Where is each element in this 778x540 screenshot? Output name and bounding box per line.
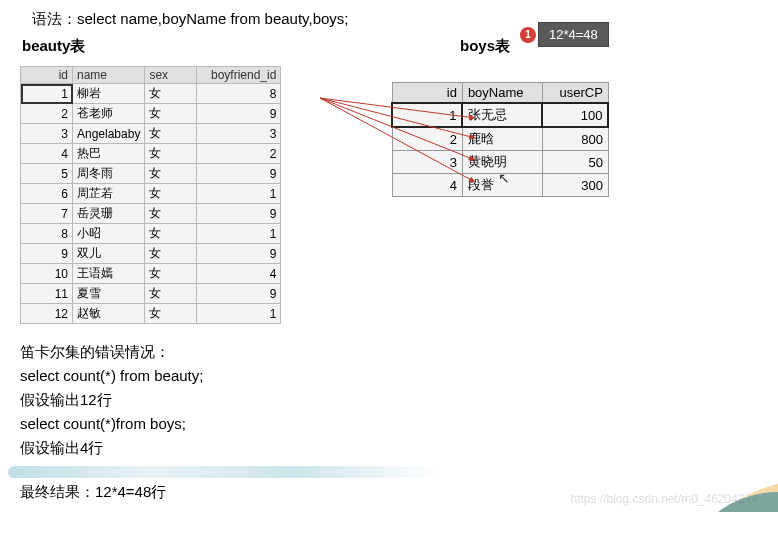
explain-assume-2: 假设输出4行 xyxy=(20,436,758,460)
table-row: 11夏雪女9 xyxy=(21,284,281,304)
table-row: 4热巴女2 xyxy=(21,144,281,164)
cell-id: 4 xyxy=(392,174,462,197)
cell-name: 赵敏 xyxy=(73,304,145,324)
cell-usercp: 100 xyxy=(542,103,608,127)
cell-name: 柳岩 xyxy=(73,84,145,104)
table-row: 10王语嫣女4 xyxy=(21,264,281,284)
cell-sex: 女 xyxy=(145,204,197,224)
badge-text: 12*4=48 xyxy=(538,22,609,47)
col-usercp: userCP xyxy=(542,83,608,104)
table-row: 9双儿女9 xyxy=(21,244,281,264)
cell-boyfriend-id: 9 xyxy=(197,204,281,224)
cell-sex: 女 xyxy=(145,224,197,244)
cell-boyname: 张无忌 xyxy=(462,103,542,127)
explain-heading: 笛卡尔集的错误情况： xyxy=(20,340,758,364)
explanation-block: 笛卡尔集的错误情况： select count(*) from beauty; … xyxy=(20,340,758,504)
cell-boyfriend-id: 9 xyxy=(197,104,281,124)
cell-sex: 女 xyxy=(145,84,197,104)
cell-name: 苍老师 xyxy=(73,104,145,124)
table-row: 6周芷若女1 xyxy=(21,184,281,204)
cell-name: 小昭 xyxy=(73,224,145,244)
boys-title: boys表 xyxy=(460,37,510,56)
cell-boyfriend-id: 8 xyxy=(197,84,281,104)
col-boyfriend-id: boyfriend_id xyxy=(197,67,281,84)
cursor-icon: ↖ xyxy=(498,170,510,186)
cell-sex: 女 xyxy=(145,144,197,164)
badge-number: 1 xyxy=(520,27,536,43)
syntax-line: 语法：select name,boyName from beauty,boys; xyxy=(32,10,758,29)
col-id: id xyxy=(392,83,462,104)
cell-name: 周芷若 xyxy=(73,184,145,204)
cell-name: 双儿 xyxy=(73,244,145,264)
table-row: 2苍老师女9 xyxy=(21,104,281,124)
table-row: 7岳灵珊女9 xyxy=(21,204,281,224)
beauty-table: id name sex boyfriend_id 1柳岩女82苍老师女93Ang… xyxy=(20,66,281,324)
cell-name: 王语嫣 xyxy=(73,264,145,284)
cell-sex: 女 xyxy=(145,104,197,124)
cell-name: 热巴 xyxy=(73,144,145,164)
cell-id: 3 xyxy=(392,151,462,174)
cell-boyfriend-id: 9 xyxy=(197,244,281,264)
cell-usercp: 50 xyxy=(542,151,608,174)
cell-boyfriend-id: 4 xyxy=(197,264,281,284)
cell-name: 周冬雨 xyxy=(73,164,145,184)
explain-sql-2: select count(*)from boys; xyxy=(20,412,758,436)
cell-boyfriend-id: 9 xyxy=(197,164,281,184)
cell-boyfriend-id: 2 xyxy=(197,144,281,164)
cell-usercp: 300 xyxy=(542,174,608,197)
cell-id: 5 xyxy=(21,164,73,184)
cell-boyfriend-id: 1 xyxy=(197,224,281,244)
beauty-title: beauty表 xyxy=(20,37,460,56)
cell-boyname: 鹿晗 xyxy=(462,127,542,151)
cell-boyfriend-id: 1 xyxy=(197,304,281,324)
cell-id: 10 xyxy=(21,264,73,284)
table-header-row: id name sex boyfriend_id xyxy=(21,67,281,84)
annotation-badge: 1 12*4=48 xyxy=(520,22,609,47)
cell-id: 9 xyxy=(21,244,73,264)
cell-name: 岳灵珊 xyxy=(73,204,145,224)
cell-name: Angelababy xyxy=(73,124,145,144)
cell-id: 2 xyxy=(392,127,462,151)
cell-id: 1 xyxy=(392,103,462,127)
cell-id: 2 xyxy=(21,104,73,124)
cell-sex: 女 xyxy=(145,284,197,304)
cell-sex: 女 xyxy=(145,184,197,204)
table-row: 3Angelababy女3 xyxy=(21,124,281,144)
cell-name: 夏雪 xyxy=(73,284,145,304)
cell-id: 12 xyxy=(21,304,73,324)
cell-id: 11 xyxy=(21,284,73,304)
cell-id: 3 xyxy=(21,124,73,144)
explain-assume-1: 假设输出12行 xyxy=(20,388,758,412)
highlight-scribble xyxy=(8,466,488,478)
cell-id: 1 xyxy=(21,84,73,104)
cell-sex: 女 xyxy=(145,264,197,284)
cell-boyfriend-id: 1 xyxy=(197,184,281,204)
table-row: 2鹿晗800 xyxy=(392,127,608,151)
table-row: 12赵敏女1 xyxy=(21,304,281,324)
col-name: name xyxy=(73,67,145,84)
cell-id: 7 xyxy=(21,204,73,224)
col-sex: sex xyxy=(145,67,197,84)
col-id: id xyxy=(21,67,73,84)
cell-id: 6 xyxy=(21,184,73,204)
cell-boyfriend-id: 9 xyxy=(197,284,281,304)
syntax-label: 语法： xyxy=(32,10,77,27)
table-row: 1柳岩女8 xyxy=(21,84,281,104)
cell-sex: 女 xyxy=(145,124,197,144)
col-boyname: boyName xyxy=(462,83,542,104)
table-row: 1张无忌100 xyxy=(392,103,608,127)
cell-id: 8 xyxy=(21,224,73,244)
table-header-row: id boyName userCP xyxy=(392,83,608,104)
decorative-corner xyxy=(658,472,778,512)
cell-sex: 女 xyxy=(145,244,197,264)
cell-usercp: 800 xyxy=(542,127,608,151)
cell-sex: 女 xyxy=(145,164,197,184)
cell-sex: 女 xyxy=(145,304,197,324)
syntax-code: select name,boyName from beauty,boys; xyxy=(77,10,349,27)
cell-id: 4 xyxy=(21,144,73,164)
cell-boyfriend-id: 3 xyxy=(197,124,281,144)
explain-sql-1: select count(*) from beauty; xyxy=(20,364,758,388)
table-row: 8小昭女1 xyxy=(21,224,281,244)
table-row: 5周冬雨女9 xyxy=(21,164,281,184)
